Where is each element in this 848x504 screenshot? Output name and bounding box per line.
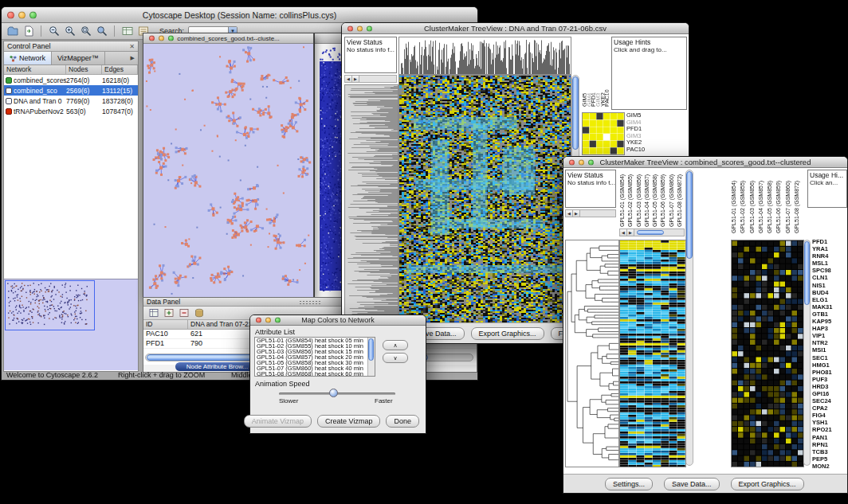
zoom-button[interactable] bbox=[367, 25, 372, 31]
treeview2-titlebar[interactable]: ClusterMaker TreeView : combined_scores_… bbox=[563, 157, 847, 168]
open-session-icon[interactable] bbox=[6, 25, 18, 37]
attribute-item[interactable]: GPL51-08 (GSM868) heat shock 60 min bbox=[255, 371, 375, 377]
scrollbar-thumb[interactable] bbox=[572, 76, 579, 150]
move-up-button[interactable]: ∧ bbox=[383, 340, 408, 350]
snapshot-icon[interactable] bbox=[121, 25, 133, 37]
gene-label[interactable]: CPA2 bbox=[812, 404, 847, 412]
column-label[interactable]: GPL51-08 (GSM872) bbox=[794, 170, 803, 233]
gene-label[interactable]: NIS1 bbox=[812, 282, 847, 289]
column-label[interactable]: GPL51-01 (GSM854) bbox=[731, 170, 740, 233]
tab-network[interactable]: Network bbox=[4, 52, 52, 64]
scrollbar-thumb[interactable] bbox=[637, 230, 664, 235]
zoom-button[interactable] bbox=[275, 318, 281, 323]
column-label[interactable]: GIM5 bbox=[582, 37, 587, 107]
dendro-hscrollbar[interactable]: ◀ ▶ bbox=[344, 75, 397, 83]
close-button[interactable] bbox=[7, 11, 14, 18]
gene-label[interactable]: TCB3 bbox=[812, 448, 847, 455]
create-attribute-icon[interactable] bbox=[163, 307, 175, 319]
window-controls[interactable] bbox=[256, 318, 281, 323]
column-label[interactable]: GIM3 bbox=[595, 37, 600, 107]
scroll-left-icon[interactable]: ◀ bbox=[566, 210, 573, 217]
drag-grip-icon[interactable] bbox=[299, 300, 321, 304]
column-label[interactable]: GPL51-06 (GSM859) bbox=[775, 170, 784, 233]
minimize-button[interactable] bbox=[357, 25, 363, 31]
dendro-hscrollbar[interactable]: ◀ ▶ bbox=[565, 209, 616, 217]
window-controls[interactable] bbox=[569, 159, 594, 165]
gene-label[interactable]: PUF3 bbox=[812, 376, 847, 383]
window-controls[interactable] bbox=[149, 36, 174, 41]
zoom-vscrollbar[interactable] bbox=[803, 240, 811, 466]
window-controls[interactable] bbox=[7, 11, 37, 18]
create-vizmap-button[interactable]: Create Vizmap bbox=[317, 415, 380, 428]
network-row[interactable]: combined_sco 2569(6) 13112(15) bbox=[4, 85, 138, 96]
treeview1-titlebar[interactable]: ClusterMaker TreeView : DNA and Tran 07-… bbox=[342, 23, 689, 34]
gene-label[interactable]: ELG1 bbox=[812, 296, 847, 303]
gene-label[interactable]: GTB1 bbox=[812, 311, 847, 318]
heatmap-canvas[interactable] bbox=[619, 240, 686, 467]
dialog-titlebar[interactable]: Map Colors to Network bbox=[250, 315, 426, 326]
minimize-button[interactable] bbox=[159, 36, 164, 41]
gene-label[interactable]: SEC24 bbox=[812, 397, 847, 404]
gene-label[interactable]: RNR4 bbox=[812, 252, 847, 260]
control-panel-close-icon[interactable]: ✕ bbox=[129, 43, 135, 50]
gene-label[interactable]: PAN1 bbox=[812, 434, 847, 441]
close-button[interactable] bbox=[347, 25, 353, 31]
column-dendrogram-canvas[interactable] bbox=[398, 37, 571, 75]
gene-label[interactable]: BUD4 bbox=[812, 289, 847, 296]
scroll-right-icon[interactable]: ▶ bbox=[352, 76, 359, 82]
column-label[interactable]: GPL51-07 (GSM860) bbox=[785, 170, 794, 233]
gene-label[interactable]: RPN1 bbox=[812, 441, 847, 448]
network-canvas[interactable] bbox=[143, 44, 313, 297]
scrollbar-thumb[interactable] bbox=[368, 338, 374, 361]
animate-vizmap-button[interactable]: Animate Vizmap bbox=[244, 415, 312, 428]
gene-label[interactable]: VIP1 bbox=[812, 332, 847, 339]
gene-label[interactable]: NTR2 bbox=[812, 339, 847, 346]
import-network-icon[interactable] bbox=[22, 25, 34, 37]
heatmap-hscrollbar[interactable]: ◀ ▶ bbox=[619, 229, 685, 236]
column-label[interactable]: GPL51-08 (GSM872) bbox=[677, 170, 685, 227]
network-row[interactable]: DNA and Tran 0 7769(0) 183728(0) bbox=[4, 96, 138, 106]
gene-label[interactable]: YSH1 bbox=[812, 419, 847, 426]
heatmap-canvas[interactable] bbox=[398, 75, 571, 325]
scroll-right-icon[interactable]: ▶ bbox=[627, 229, 634, 236]
gene-label[interactable]: MSL1 bbox=[812, 260, 847, 267]
gene-label[interactable]: PEP5 bbox=[812, 455, 847, 463]
delete-attribute-icon[interactable] bbox=[178, 307, 190, 319]
main-vscrollbar[interactable] bbox=[685, 170, 693, 466]
close-button[interactable] bbox=[149, 36, 155, 41]
column-label[interactable]: GPL51-02 (GSM855) bbox=[740, 170, 748, 233]
gene-label[interactable]: RPO21 bbox=[812, 426, 847, 433]
network-window-titlebar[interactable]: combined_scores_good.txt--cluste... bbox=[143, 33, 313, 44]
zoom-heatmap-canvas[interactable] bbox=[731, 240, 804, 467]
treeview-button[interactable]: Settings... bbox=[605, 478, 653, 490]
column-label[interactable]: PAC10 bbox=[604, 37, 609, 107]
attribute-db-icon[interactable] bbox=[193, 307, 205, 319]
scroll-right-icon[interactable]: ▶ bbox=[573, 210, 580, 217]
column-label[interactable]: GPL51-01 (GSM854) bbox=[619, 170, 627, 227]
birdseye-view[interactable] bbox=[4, 279, 138, 371]
scroll-left-icon[interactable]: ◀ bbox=[620, 229, 627, 236]
minimize-button[interactable] bbox=[18, 11, 26, 18]
gene-label[interactable]: SPC98 bbox=[812, 267, 847, 274]
column-label[interactable]: GPL51-07 (GSM860) bbox=[669, 170, 677, 227]
speed-slider-thumb[interactable] bbox=[329, 389, 338, 397]
row-dendrogram-canvas[interactable] bbox=[344, 84, 398, 325]
gene-label[interactable]: FIG4 bbox=[812, 412, 847, 419]
list-vscrollbar[interactable] bbox=[367, 338, 375, 376]
treeview-button[interactable]: Save Data... bbox=[664, 478, 720, 490]
close-button[interactable] bbox=[569, 159, 575, 165]
minimize-button[interactable] bbox=[579, 159, 584, 165]
gene-label[interactable]: MON2 bbox=[812, 463, 847, 470]
zoom-selected-icon[interactable] bbox=[96, 25, 108, 37]
column-label[interactable]: GPL51-03 (GSM856) bbox=[749, 170, 758, 233]
close-button[interactable] bbox=[256, 318, 261, 323]
gene-label[interactable]: GPI16 bbox=[812, 390, 847, 397]
gene-label[interactable]: PFD1 bbox=[812, 238, 847, 245]
gene-label[interactable]: HRD3 bbox=[812, 383, 847, 390]
main-titlebar[interactable]: Cytoscape Desktop (Session Name: collins… bbox=[2, 7, 477, 23]
scroll-left-icon[interactable]: ◀ bbox=[345, 76, 352, 82]
column-label[interactable]: GPL51-05 (GSM858) bbox=[767, 170, 775, 233]
zoom-in-icon[interactable] bbox=[64, 25, 76, 37]
minimize-button[interactable] bbox=[265, 318, 271, 323]
column-label[interactable]: GPL51-05 (GSM858) bbox=[652, 170, 660, 227]
